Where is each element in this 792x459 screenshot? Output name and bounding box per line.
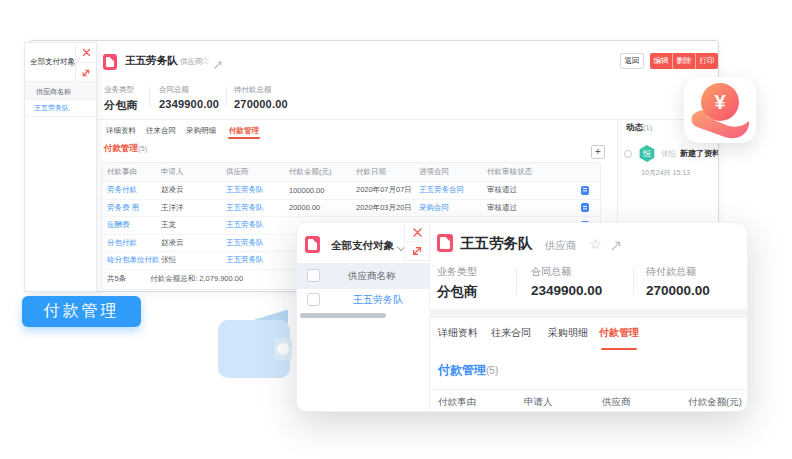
row-divider	[25, 116, 96, 117]
share-icon[interactable]	[213, 56, 223, 74]
supplier-link[interactable]: 王五劳务队	[226, 238, 289, 248]
supplier-doc-icon	[437, 234, 453, 252]
row-detail-icon[interactable]	[581, 186, 589, 195]
wallet-icon	[218, 306, 292, 382]
overlay-supplier-title: 王五劳务队	[460, 234, 533, 253]
edit-button[interactable]: 编辑	[650, 53, 673, 69]
section-divider	[29, 119, 718, 120]
supplier-link[interactable]: 王五劳务队	[226, 203, 289, 213]
expand-button[interactable]	[404, 242, 429, 261]
info-divider	[516, 268, 517, 294]
info-business-type: 业务类型 分包商	[104, 85, 138, 113]
info-contract-total: 合同总额 2349900.00	[531, 265, 602, 298]
info-divider	[226, 87, 227, 107]
print-button[interactable]: 打印	[696, 53, 718, 69]
close-button[interactable]	[75, 43, 96, 63]
favorite-star-icon[interactable]: ☆	[589, 236, 602, 252]
tab-purchase-detail[interactable]: 采购明细	[548, 326, 588, 340]
yen-coin-icon: ¥	[701, 83, 739, 121]
tab-payment-management[interactable]: 付款管理	[229, 126, 259, 136]
tab-purchase-detail[interactable]: 采购明细	[186, 126, 216, 136]
payment-reason-link[interactable]: 劳务费 用	[102, 203, 161, 213]
expand-icon	[81, 68, 91, 78]
active-tab-underline	[228, 137, 260, 139]
table-row: 劳务费 用 王洋洋 王五劳务队 20000.00 2020年03月20日 采购合…	[102, 200, 600, 218]
payment-count: (5)	[138, 144, 147, 153]
supplier-link[interactable]: 王五劳务队	[226, 185, 289, 195]
zoom-overlay-window: 全部支付对象 供应商名称 王五劳务队 王五劳务队 供应商 ☆ 业务类型 分包商	[296, 222, 748, 412]
share-icon[interactable]	[610, 238, 622, 256]
activity-title: 动态(1)	[626, 122, 652, 134]
list-column-header: 供应商名称	[25, 81, 96, 100]
tab-detail-info[interactable]: 详细资料	[438, 326, 478, 340]
close-icon	[412, 227, 423, 238]
app-screen: 王五劳务队 供应商 ☆ 返回 编辑 删除 打印 业务类型 分包商 合同总额 23…	[0, 0, 792, 459]
table-header-row: 付款事由 申请人 供应商 付款金额(元) 付款日期 进项合同 付款审核状态	[102, 163, 600, 182]
expand-icon	[411, 245, 423, 257]
tab-detail-info[interactable]: 详细资料	[106, 126, 136, 136]
amount-total: 付款金额总和: 2,079,900.00	[126, 274, 243, 284]
tab-contracts[interactable]: 往来合同	[491, 326, 531, 340]
row-count: 共5条	[102, 274, 126, 284]
payment-section-title: 付款管理(5)	[438, 362, 498, 379]
avatar: 恒	[639, 145, 655, 162]
supplier-link[interactable]: 王五劳务队	[226, 255, 289, 265]
close-button[interactable]	[404, 223, 429, 242]
payment-count: (5)	[486, 365, 498, 376]
payment-reason-link[interactable]: 应酬费	[102, 220, 161, 230]
payment-management-badge: 付款管理	[22, 296, 141, 327]
payment-feature-icon: ¥	[684, 77, 756, 143]
supplier-doc-icon	[103, 54, 117, 70]
row-detail-icon[interactable]	[581, 203, 589, 212]
back-button[interactable]: 返回	[620, 53, 644, 69]
info-divider	[633, 268, 634, 294]
overlay-list-title[interactable]: 全部支付对象	[331, 239, 394, 253]
active-tab-underline	[601, 348, 637, 350]
supplier-title: 王五劳务队	[125, 54, 178, 68]
horizontal-scrollbar[interactable]	[300, 313, 386, 318]
activity-dot-icon	[624, 150, 632, 158]
expand-button[interactable]	[75, 63, 96, 83]
payment-reason-link[interactable]: 分包付款	[102, 238, 161, 248]
tab-payment-management[interactable]: 付款管理	[599, 326, 639, 340]
activity-time: 10月24日 15:13	[641, 168, 690, 178]
payment-targets-panel: 全部支付对象 供应商名称 王五劳务队	[24, 42, 97, 292]
section-divider	[429, 309, 747, 318]
favorite-star-icon[interactable]: ☆	[200, 54, 210, 67]
supplier-link[interactable]: 王五劳务队	[226, 220, 289, 230]
info-business-type: 业务类型 分包商	[437, 265, 478, 301]
list-doc-icon	[305, 236, 320, 253]
close-icon	[82, 48, 91, 57]
add-payment-button[interactable]: +	[591, 145, 605, 159]
delete-button[interactable]: 删除	[673, 53, 696, 69]
action-button-group: 编辑 删除 打印	[650, 53, 718, 69]
activity-action: 新建了资料	[680, 148, 719, 159]
row-checkbox[interactable]	[307, 293, 320, 306]
select-all-checkbox[interactable]	[307, 269, 320, 282]
contract-link[interactable]: 王五劳务合同	[419, 185, 487, 195]
info-contract-total: 合同总额 2349900.00	[159, 85, 219, 110]
overlay-table-header: 付款事由 申请人 供应商 付款金额(元)	[429, 389, 747, 412]
supplier-list-item[interactable]: 王五劳务队	[34, 103, 69, 113]
panel-controls	[75, 43, 96, 83]
wallet-clasp	[277, 343, 289, 355]
payment-section-title: 付款管理(5)	[104, 143, 147, 155]
info-divider	[149, 87, 150, 107]
info-pending-total: 待付款总额 270000.00	[234, 85, 288, 110]
overlay-panel-controls	[404, 223, 429, 261]
activity-user: 张恒	[661, 149, 676, 159]
payment-reason-link[interactable]: 给分包单位付款	[102, 255, 161, 265]
info-pending-total: 待付款总额 270000.00	[646, 265, 710, 298]
audit-status: 审核通过	[487, 185, 572, 195]
activity-count: (1)	[643, 123, 652, 132]
audit-status: 审核通过	[487, 203, 572, 213]
contract-link[interactable]: 采购合同	[419, 203, 487, 213]
table-row: 劳务付款 赵凌云 王五劳务队 100000.00 2020年07月07日 王五劳…	[102, 182, 600, 200]
tab-contracts[interactable]: 往来合同	[146, 126, 176, 136]
supplier-type-tag: 供应商	[545, 239, 577, 253]
payment-reason-link[interactable]: 劳务付款	[102, 185, 161, 195]
supplier-list-item[interactable]: 王五劳务队	[353, 293, 403, 307]
